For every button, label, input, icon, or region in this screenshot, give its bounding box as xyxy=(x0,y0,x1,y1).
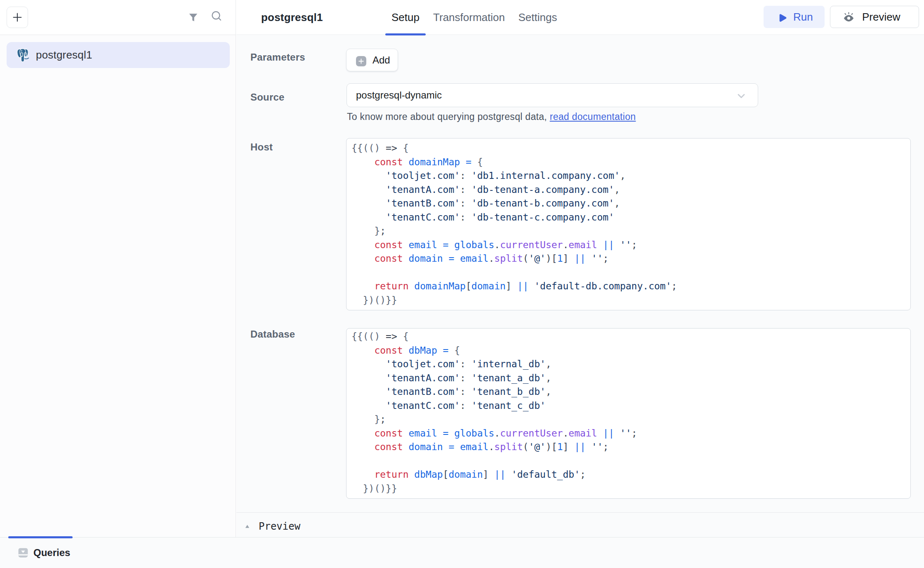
queries-active-indicator xyxy=(8,536,73,538)
bottom-panel-bar: Queries xyxy=(0,537,924,568)
host-label: Host xyxy=(250,141,273,153)
query-list-sidebar: postgresql1 xyxy=(0,0,236,537)
code-line: const domain = email.split('@')[1] || ''… xyxy=(351,440,905,454)
code-line: {{(() => { xyxy=(351,141,905,155)
query-title: postgresql1 xyxy=(261,0,323,35)
plus-tile-icon xyxy=(356,56,366,66)
search-icon[interactable] xyxy=(210,9,223,22)
postgresql-icon xyxy=(16,48,29,63)
query-name: postgresql1 xyxy=(36,49,92,61)
tab-setup[interactable]: Setup xyxy=(385,0,426,35)
tab-settings[interactable]: Settings xyxy=(519,0,556,35)
read-documentation-link[interactable]: read documentation xyxy=(550,111,636,122)
host-code-editor[interactable]: {{(() => { const domainMap = { 'tooljet.… xyxy=(346,138,911,310)
code-line: {{(() => { xyxy=(351,330,905,344)
queries-panel-icon xyxy=(18,547,28,558)
query-list-item-postgresql1[interactable]: postgresql1 xyxy=(7,42,230,68)
tab-transformation[interactable]: Transformation xyxy=(435,0,503,35)
preview-section-divider xyxy=(236,512,924,513)
code-line: return domainMap[domain] || 'default-db.… xyxy=(351,279,905,293)
source-help-text: To know more about querying postgresql d… xyxy=(347,111,636,122)
database-label: Database xyxy=(250,329,295,340)
code-line: 'tenantB.com': 'tenant_b_db', xyxy=(351,385,905,399)
code-line: })()}} xyxy=(351,482,905,496)
code-line: 'tenantA.com': 'tenant_a_db', xyxy=(351,371,905,385)
query-editor-header: postgresql1 Setup Transformation Setting… xyxy=(236,0,924,35)
source-label: Source xyxy=(250,92,285,103)
code-line: 'tenantC.com': 'db-tenant-c.company.com' xyxy=(351,211,905,225)
preview-button-label: Preview xyxy=(862,11,900,23)
query-setup-panel: Parameters Add Source postgresql-dynamic… xyxy=(236,35,924,537)
play-icon xyxy=(778,13,787,23)
code-line: }; xyxy=(351,413,905,427)
code-line: const dbMap = { xyxy=(351,344,905,358)
triangle-up-icon xyxy=(244,523,250,529)
eye-icon xyxy=(843,12,854,23)
code-line: 'tenantB.com': 'db-tenant-b.company.com'… xyxy=(351,197,905,211)
code-line: return dbMap[domain] || 'default_db'; xyxy=(351,468,905,482)
source-selected-value: postgresql-dynamic xyxy=(356,89,442,101)
code-line: const email = globals.currentUser.email … xyxy=(351,427,905,441)
source-select[interactable]: postgresql-dynamic xyxy=(346,83,758,107)
code-line: })()}} xyxy=(351,293,905,307)
code-line: 'tenantA.com': 'db-tenant-a.company.com'… xyxy=(351,183,905,197)
code-line: 'tooljet.com': 'internal_db', xyxy=(351,357,905,371)
queries-panel-toggle[interactable]: Queries xyxy=(18,541,70,565)
preview-button[interactable]: Preview xyxy=(830,6,919,28)
queries-panel-label: Queries xyxy=(33,547,70,559)
sidebar-toolbar xyxy=(0,0,236,35)
code-line xyxy=(351,454,905,468)
chevron-down-icon xyxy=(735,90,747,102)
code-line: 'tenantC.com': 'tenant_c_db' xyxy=(351,399,905,413)
database-code-editor[interactable]: {{(() => { const dbMap = { 'tooljet.com'… xyxy=(346,328,911,499)
plus-icon xyxy=(11,11,24,23)
code-line: const domainMap = { xyxy=(351,155,905,169)
add-query-button[interactable] xyxy=(7,7,28,28)
code-line: }; xyxy=(351,224,905,238)
code-line xyxy=(351,266,905,280)
parameters-label: Parameters xyxy=(250,52,305,63)
preview-section-toggle[interactable]: Preview xyxy=(236,514,924,538)
code-line: 'tooljet.com': 'db1.internal.company.com… xyxy=(351,169,905,183)
code-line: const email = globals.currentUser.email … xyxy=(351,238,905,252)
code-line: const domain = email.split('@')[1] || ''… xyxy=(351,252,905,266)
filter-icon[interactable] xyxy=(188,12,198,23)
add-parameter-button[interactable]: Add xyxy=(346,49,398,71)
add-parameter-label: Add xyxy=(372,54,390,66)
run-button[interactable]: Run xyxy=(764,6,825,28)
preview-panel-label: Preview xyxy=(259,521,300,532)
run-button-label: Run xyxy=(793,11,813,23)
